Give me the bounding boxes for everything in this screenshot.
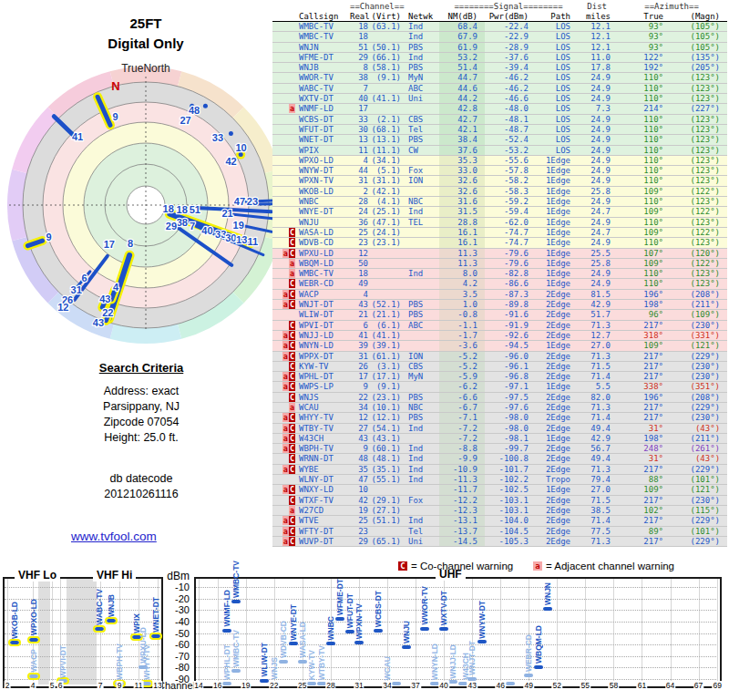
azimuth-true-cell: 217° (616, 320, 663, 330)
netwk-cell: ABC (403, 83, 439, 93)
virt-ch-cell: (43.1) (368, 433, 403, 443)
path-cell: 2Edge (536, 300, 578, 310)
signal-bar-label: WFUT-DT (345, 593, 354, 628)
virt-ch-cell: (13.1) (368, 135, 403, 145)
path-cell: 2Edge (536, 351, 578, 361)
radar-channel-label: 9 (112, 111, 118, 122)
netwk-cell (403, 104, 439, 114)
miles-cell: 71.4 (578, 413, 616, 423)
signal-bar (270, 682, 279, 685)
channel-tick: 31 (354, 681, 364, 690)
gridline (472, 579, 473, 685)
adjacent-warning-badge: a (282, 537, 289, 546)
nm-cell: -7.1 (439, 413, 485, 423)
nm-cell: 68.4 (439, 22, 485, 32)
nm-cell: 38.4 (439, 135, 485, 145)
real-ch-cell: 39 (350, 341, 368, 351)
radar-channel-label: 18 (177, 204, 188, 215)
pwr-cell: -94.5 (485, 341, 536, 351)
pwr-cell: -99.7 (485, 444, 536, 454)
path-cell: 2Edge (536, 289, 578, 299)
adjacent-channel-legend: a= Adjacent channel warning (533, 561, 674, 571)
table-row: CKYW-TV26(3.1)CBS-5.2-96.12Edge71.5217°(… (272, 361, 727, 371)
table-row: WWOR-TV38(9.1)MyN44.7-46.2LOS24.9110°(12… (272, 73, 727, 83)
pwr-cell: -96.0 (485, 351, 536, 361)
azimuth-true-cell: 110° (616, 197, 663, 207)
channel-tick: 9 (117, 681, 123, 690)
azimuth-true-cell: 93° (616, 32, 663, 42)
radar-channel-label: 9 (46, 232, 51, 242)
virt-ch-cell: (10.1) (368, 402, 403, 412)
warning-badges (272, 475, 297, 485)
adjacent-warning-badge: a (282, 424, 289, 433)
adjacent-warning-badge: a (282, 249, 289, 258)
channel-tick: 58 (609, 681, 619, 690)
pwr-cell: -74.7 (485, 227, 536, 237)
netwk-cell: Fox (403, 495, 439, 505)
adjacent-warning-badge: a (282, 444, 289, 453)
real-ch-cell: 30 (350, 124, 368, 134)
virt-ch-cell: (25.1) (368, 207, 403, 217)
signal-bar (29, 674, 38, 678)
callsign-cell: WNYE-DT (297, 207, 350, 217)
nm-cell: 1.0 (439, 300, 485, 310)
radar-channel-label: 13 (236, 234, 247, 245)
warning-badges: C (272, 279, 297, 289)
signal-bar-label: WEBR-CD (524, 634, 533, 672)
azimuth-true-cell: 217° (616, 413, 663, 423)
channel-tick: 34 (382, 681, 392, 690)
virt-ch-cell (368, 269, 403, 279)
table-row: aCWPPX-DT31(61.1)ION-5.2-96.02Edge71.321… (272, 351, 727, 361)
channel-tick: 11 (134, 681, 144, 690)
table-row: aCWPHL-DT17(17.1)MyN-5.9-96.82Edge71.421… (272, 372, 727, 382)
gridline (359, 579, 360, 685)
nm-cell: 67.9 (439, 32, 485, 42)
azimuth-magn-cell: (229°) (663, 464, 727, 474)
signal-bar-label: WNJU (402, 621, 411, 643)
signal-bar (317, 682, 326, 685)
virt-ch-cell (368, 258, 403, 268)
channel-tick: 16 (212, 681, 222, 690)
pwr-cell: -103.1 (485, 505, 536, 515)
azimuth-true-cell: 217° (616, 351, 663, 361)
signal-bar-label: WXTV-DT (439, 591, 448, 625)
dbm-tick-label: -20 (162, 593, 190, 604)
callsign-cell: WACP (297, 289, 350, 299)
azimuth-magn-cell: (105°) (663, 42, 727, 52)
radar-plot: 25FT Digital Only TrueNorth N 9414827334… (0, 0, 305, 365)
adjacent-warning-badge: a (282, 290, 289, 299)
warning-badges: aC (272, 444, 297, 454)
table-row: CWASA-LD25(24.1)16.1-74.71Edge24.7109°(1… (272, 227, 727, 237)
real-ch-cell: 12 (350, 413, 368, 423)
tvfool-link[interactable]: www.tvfool.com (71, 530, 157, 543)
miles-cell: 24.9 (578, 73, 616, 83)
netwk-cell: PBS (403, 413, 439, 423)
path-cell: LOS (536, 73, 578, 83)
adjacent-warning-badge: a (289, 269, 295, 278)
nm-cell: 37.6 (439, 145, 485, 155)
azimuth-true-cell: 217° (616, 516, 663, 526)
nm-cell: -1.7 (439, 330, 485, 340)
real-ch-cell: 10 (350, 485, 368, 495)
virt-ch-cell: (52.1) (368, 300, 403, 310)
signal-bar (543, 607, 552, 611)
miles-cell: 56.7 (578, 444, 616, 454)
callsign-cell: WLIW-DT (297, 310, 350, 320)
miles-cell: 24.9 (578, 83, 616, 93)
real-ch-cell: 34 (350, 402, 368, 412)
channel-tick: 69 (713, 681, 723, 690)
channel-tick: 5 (49, 681, 56, 690)
azimuth-true-cell: 110° (616, 114, 663, 124)
signal-bar (115, 682, 124, 685)
warning-badges (272, 207, 297, 217)
search-criteria-heading: Search Criteria (47, 361, 235, 375)
pwr-cell: -52.4 (485, 135, 536, 145)
signal-bar (467, 677, 477, 681)
gridline (196, 599, 716, 600)
gridline (557, 579, 558, 685)
virt-ch-cell: (2.1) (368, 114, 403, 124)
gridline (119, 579, 120, 685)
radar-channel-label: 42 (225, 156, 236, 167)
pwr-cell: -48.0 (485, 104, 536, 114)
gridline (5, 679, 159, 680)
